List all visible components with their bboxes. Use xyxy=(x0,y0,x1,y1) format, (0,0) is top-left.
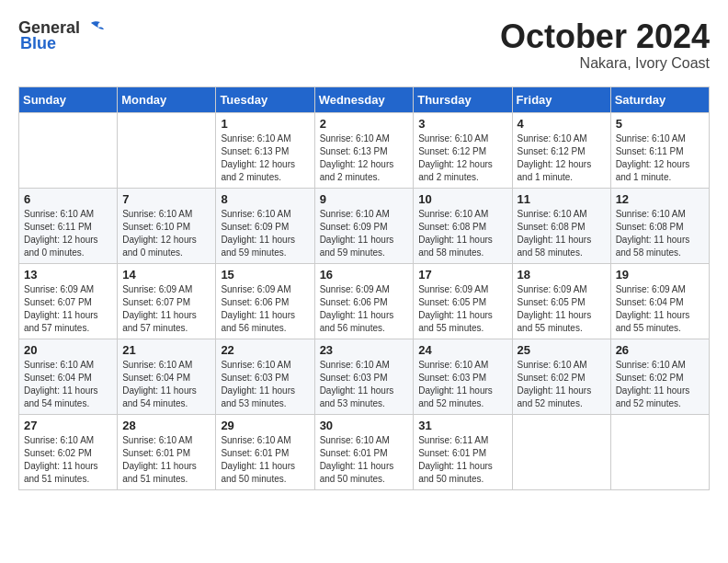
day-info: Sunrise: 6:10 AMSunset: 6:11 PMDaylight:… xyxy=(24,208,112,259)
calendar-day-cell: 3Sunrise: 6:10 AMSunset: 6:12 PMDaylight… xyxy=(414,112,512,188)
day-info: Sunrise: 6:10 AMSunset: 6:10 PMDaylight:… xyxy=(122,208,210,259)
day-number: 11 xyxy=(518,192,606,206)
calendar-day-cell xyxy=(512,414,610,489)
weekday-header: Monday xyxy=(118,86,216,112)
calendar-week-row: 1Sunrise: 6:10 AMSunset: 6:13 PMDaylight… xyxy=(19,112,710,188)
calendar-day-cell: 2Sunrise: 6:10 AMSunset: 6:13 PMDaylight… xyxy=(314,112,414,188)
day-info: Sunrise: 6:10 AMSunset: 6:13 PMDaylight:… xyxy=(320,132,409,184)
day-number: 9 xyxy=(320,192,409,206)
calendar-day-cell: 11Sunrise: 6:10 AMSunset: 6:08 PMDayligh… xyxy=(512,188,610,263)
day-number: 22 xyxy=(221,343,309,357)
calendar-day-cell: 25Sunrise: 6:10 AMSunset: 6:02 PMDayligh… xyxy=(512,339,610,414)
day-number: 25 xyxy=(518,343,606,357)
calendar-day-cell: 13Sunrise: 6:09 AMSunset: 6:07 PMDayligh… xyxy=(19,263,118,339)
calendar-day-cell xyxy=(610,414,709,489)
calendar-day-cell: 18Sunrise: 6:09 AMSunset: 6:05 PMDayligh… xyxy=(512,263,610,339)
calendar-day-cell: 10Sunrise: 6:10 AMSunset: 6:08 PMDayligh… xyxy=(414,188,512,263)
day-number: 7 xyxy=(122,192,210,206)
weekday-header: Saturday xyxy=(610,86,709,112)
calendar-day-cell: 20Sunrise: 6:10 AMSunset: 6:04 PMDayligh… xyxy=(19,339,118,414)
weekday-header: Thursday xyxy=(414,86,512,112)
calendar-day-cell: 7Sunrise: 6:10 AMSunset: 6:10 PMDaylight… xyxy=(118,188,216,263)
day-number: 6 xyxy=(24,192,112,206)
day-info: Sunrise: 6:10 AMSunset: 6:03 PMDaylight:… xyxy=(418,359,506,410)
day-info: Sunrise: 6:10 AMSunset: 6:01 PMDaylight:… xyxy=(221,434,309,486)
day-info: Sunrise: 6:09 AMSunset: 6:06 PMDaylight:… xyxy=(320,283,409,335)
calendar-day-cell xyxy=(118,112,216,188)
calendar-day-cell: 21Sunrise: 6:10 AMSunset: 6:04 PMDayligh… xyxy=(118,339,216,414)
calendar-day-cell: 9Sunrise: 6:10 AMSunset: 6:09 PMDaylight… xyxy=(314,188,414,263)
day-number: 23 xyxy=(320,343,409,357)
calendar-table: SundayMondayTuesdayWednesdayThursdayFrid… xyxy=(18,86,710,490)
day-info: Sunrise: 6:10 AMSunset: 6:03 PMDaylight:… xyxy=(221,359,309,410)
calendar-day-cell: 15Sunrise: 6:09 AMSunset: 6:06 PMDayligh… xyxy=(216,263,314,339)
day-info: Sunrise: 6:10 AMSunset: 6:09 PMDaylight:… xyxy=(221,208,309,259)
day-info: Sunrise: 6:10 AMSunset: 6:09 PMDaylight:… xyxy=(320,208,409,259)
day-number: 26 xyxy=(616,343,704,357)
calendar-day-cell: 5Sunrise: 6:10 AMSunset: 6:11 PMDaylight… xyxy=(610,112,709,188)
day-info: Sunrise: 6:10 AMSunset: 6:04 PMDaylight:… xyxy=(24,359,112,410)
calendar-day-cell: 28Sunrise: 6:10 AMSunset: 6:01 PMDayligh… xyxy=(118,414,216,489)
day-info: Sunrise: 6:09 AMSunset: 6:06 PMDaylight:… xyxy=(221,283,309,335)
calendar-week-row: 6Sunrise: 6:10 AMSunset: 6:11 PMDaylight… xyxy=(19,188,710,263)
calendar-week-row: 13Sunrise: 6:09 AMSunset: 6:07 PMDayligh… xyxy=(19,263,710,339)
day-number: 5 xyxy=(616,117,704,131)
day-info: Sunrise: 6:10 AMSunset: 6:12 PMDaylight:… xyxy=(518,132,606,184)
calendar-week-row: 27Sunrise: 6:10 AMSunset: 6:02 PMDayligh… xyxy=(19,414,710,489)
day-info: Sunrise: 6:11 AMSunset: 6:01 PMDaylight:… xyxy=(418,434,506,486)
day-number: 2 xyxy=(320,117,409,131)
weekday-header: Friday xyxy=(512,86,610,112)
day-info: Sunrise: 6:10 AMSunset: 6:01 PMDaylight:… xyxy=(122,434,210,486)
day-info: Sunrise: 6:10 AMSunset: 6:02 PMDaylight:… xyxy=(24,434,112,486)
day-info: Sunrise: 6:10 AMSunset: 6:12 PMDaylight:… xyxy=(418,132,506,184)
calendar-day-cell: 22Sunrise: 6:10 AMSunset: 6:03 PMDayligh… xyxy=(216,339,314,414)
day-number: 8 xyxy=(221,192,309,206)
day-number: 18 xyxy=(518,268,606,282)
day-info: Sunrise: 6:10 AMSunset: 6:08 PMDaylight:… xyxy=(616,208,704,259)
weekday-header: Wednesday xyxy=(314,86,414,112)
day-number: 12 xyxy=(616,192,704,206)
calendar-day-cell: 26Sunrise: 6:10 AMSunset: 6:02 PMDayligh… xyxy=(610,339,709,414)
month-title: October 2024 xyxy=(500,18,710,55)
calendar-day-cell: 1Sunrise: 6:10 AMSunset: 6:13 PMDaylight… xyxy=(216,112,314,188)
day-info: Sunrise: 6:09 AMSunset: 6:05 PMDaylight:… xyxy=(518,283,606,335)
weekday-header: Sunday xyxy=(19,86,118,112)
day-info: Sunrise: 6:09 AMSunset: 6:07 PMDaylight:… xyxy=(24,283,112,335)
day-number: 27 xyxy=(24,419,112,432)
calendar-day-cell: 29Sunrise: 6:10 AMSunset: 6:01 PMDayligh… xyxy=(216,414,314,489)
day-number: 29 xyxy=(221,419,309,432)
calendar-day-cell: 24Sunrise: 6:10 AMSunset: 6:03 PMDayligh… xyxy=(414,339,512,414)
day-number: 15 xyxy=(221,268,309,282)
calendar-day-cell: 31Sunrise: 6:11 AMSunset: 6:01 PMDayligh… xyxy=(414,414,512,489)
day-info: Sunrise: 6:09 AMSunset: 6:07 PMDaylight:… xyxy=(122,283,210,335)
day-number: 20 xyxy=(24,343,112,357)
calendar-week-row: 20Sunrise: 6:10 AMSunset: 6:04 PMDayligh… xyxy=(19,339,710,414)
title-block: October 2024 Nakara, Ivory Coast xyxy=(500,18,710,72)
day-number: 24 xyxy=(418,343,506,357)
day-number: 17 xyxy=(418,268,506,282)
day-number: 14 xyxy=(122,268,210,282)
calendar-day-cell: 8Sunrise: 6:10 AMSunset: 6:09 PMDaylight… xyxy=(216,188,314,263)
day-info: Sunrise: 6:09 AMSunset: 6:05 PMDaylight:… xyxy=(418,283,506,335)
day-info: Sunrise: 6:10 AMSunset: 6:04 PMDaylight:… xyxy=(122,359,210,410)
weekday-header: Tuesday xyxy=(216,86,314,112)
day-number: 16 xyxy=(320,268,409,282)
day-number: 1 xyxy=(221,117,309,131)
day-number: 3 xyxy=(418,117,506,131)
weekday-header-row: SundayMondayTuesdayWednesdayThursdayFrid… xyxy=(19,86,710,112)
logo: General Blue xyxy=(18,18,104,53)
day-info: Sunrise: 6:10 AMSunset: 6:02 PMDaylight:… xyxy=(616,359,704,410)
location: Nakara, Ivory Coast xyxy=(500,55,710,72)
day-info: Sunrise: 6:10 AMSunset: 6:02 PMDaylight:… xyxy=(518,359,606,410)
calendar-day-cell: 30Sunrise: 6:10 AMSunset: 6:01 PMDayligh… xyxy=(314,414,414,489)
day-number: 13 xyxy=(24,268,112,282)
day-number: 28 xyxy=(122,419,210,432)
day-info: Sunrise: 6:10 AMSunset: 6:11 PMDaylight:… xyxy=(616,132,704,184)
logo-blue: Blue xyxy=(20,34,56,53)
calendar-day-cell: 27Sunrise: 6:10 AMSunset: 6:02 PMDayligh… xyxy=(19,414,118,489)
day-number: 19 xyxy=(616,268,704,282)
day-number: 31 xyxy=(418,419,506,432)
day-info: Sunrise: 6:09 AMSunset: 6:04 PMDaylight:… xyxy=(616,283,704,335)
calendar-day-cell: 19Sunrise: 6:09 AMSunset: 6:04 PMDayligh… xyxy=(610,263,709,339)
day-info: Sunrise: 6:10 AMSunset: 6:13 PMDaylight:… xyxy=(221,132,309,184)
